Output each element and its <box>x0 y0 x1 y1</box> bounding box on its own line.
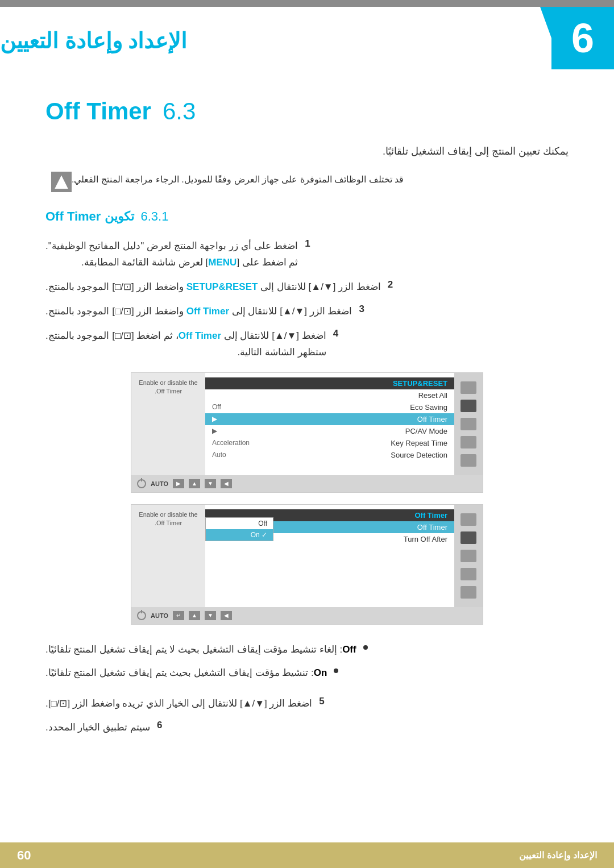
bullet-text-off: Off: إلغاء تنشيط مؤقت إيقاف التشغيل بحيث… <box>45 642 356 658</box>
help-text-1: Enable or disable the Off Timer. <box>136 379 201 396</box>
menu-item-off-timer-label: Off Timer <box>417 415 447 423</box>
menu-item-off-timer-arrow: ▶ <box>212 415 217 423</box>
note-text: قد تختلف الوظائف المتوفرة على جهاز العرض… <box>72 172 404 187</box>
auto-label-2: AUTO <box>151 612 168 619</box>
nav-up-btn: ▲ <box>189 479 200 488</box>
menu-item-source-detection: Source Detection Auto <box>205 449 454 461</box>
menu-item-pcav-arrow: ▶ <box>212 427 217 435</box>
monitor-icon-display-2 <box>460 513 476 526</box>
submenu-off: Off <box>206 518 273 529</box>
note-box: قد تختلف الوظائف المتوفرة على جهاز العرض… <box>45 172 569 192</box>
bullet-dot-on <box>334 668 338 673</box>
bullet-on: On: تنشيط مؤقت إيقاف التشغيل بحيث يتم إي… <box>45 665 569 682</box>
menu-item-key-repeat: Key Repeat Time Acceleration <box>205 437 454 449</box>
section-number: 6.3 <box>163 98 196 125</box>
keyword-off: Off <box>342 644 356 655</box>
top-decorative-strip <box>0 0 614 7</box>
nav-up-btn-2: ▲ <box>189 611 200 620</box>
menu-item-eco-saving-label: Eco Saving <box>410 403 447 412</box>
monitor-icon-gear <box>460 436 476 448</box>
menu-item-source-label: Source Detection <box>391 451 447 459</box>
step-3-number: 3 <box>359 304 370 315</box>
step-4-number: 4 <box>333 328 345 339</box>
menu-item-eco-saving: Eco Saving Off <box>205 401 454 413</box>
bullet-off: Off: إلغاء تنشيط مؤقت إيقاف التشغيل بحيث… <box>45 642 569 658</box>
menu-item-pcav-mode: PC/AV Mode ▶ <box>205 425 454 437</box>
menu-item-off-timer-main-label: Off Timer <box>417 523 447 531</box>
menu-header-1: SETUP&RESET <box>205 377 454 389</box>
nav-enter-btn-2: ↵ <box>173 611 184 620</box>
section-title: Off Timer <box>45 98 151 125</box>
step-3-text: اضغط الزر [▼/▲] للانتقال إلى Off Timer و… <box>45 304 352 320</box>
bullet-dot-off <box>363 645 368 650</box>
monitor-icon-display <box>460 381 476 394</box>
nav-down-btn-2: ▼ <box>205 611 216 620</box>
warning-triangle-icon <box>55 175 68 189</box>
menu-item-eco-saving-value: Off <box>212 403 221 411</box>
footer-title: الإعداد وإعادة التعيين <box>519 850 597 861</box>
menu-item-key-repeat-label: Key Repeat Time <box>391 439 447 447</box>
monitor-icon-menu <box>460 400 476 412</box>
monitor-right-help-1: Enable or disable the Off Timer. <box>131 373 205 475</box>
chapter-title: الإعداد وإعادة التعيين <box>0 28 187 53</box>
page-footer: الإعداد وإعادة التعيين 60 <box>0 842 614 868</box>
steps-list: 1 اضغط على أي زر بواجهة المنتج لعرض "دلي… <box>45 238 569 360</box>
step-3: 3 اضغط الزر [▼/▲] للانتقال إلى Off Timer… <box>45 304 569 320</box>
bullet-list: Off: إلغاء تنشيط مؤقت إيقاف التشغيل بحيث… <box>45 642 569 682</box>
step-6-text: سيتم تطبيق الخيار المحدد. <box>45 720 150 736</box>
monitor-left-icons-2 <box>454 505 483 607</box>
chapter-header: الإعداد وإعادة التعيين 6 <box>0 7 614 75</box>
monitor-left-icons-1 <box>454 373 483 475</box>
step-5: 5 اضغط الزر [▼/▲] للانتقال إلى الخيار ال… <box>45 696 569 712</box>
step-6-number: 6 <box>157 720 168 731</box>
steps-list-after: 5 اضغط الزر [▼/▲] للانتقال إلى الخيار ال… <box>45 696 569 737</box>
monitor-menu-1: SETUP&RESET Reset All Eco Saving Off Off… <box>205 373 454 475</box>
chapter-number: 6 <box>571 18 594 59</box>
menu-item-key-repeat-value: Acceleration <box>212 439 250 447</box>
monitor-screen-1: SETUP&RESET Reset All Eco Saving Off Off… <box>131 372 483 493</box>
menu-item-turn-off-after-label: Turn Off After <box>404 535 447 543</box>
monitor-icon-gear-2 <box>460 568 476 580</box>
monitor-icon-info <box>460 454 476 467</box>
monitor-bottom-bar-2: ◀ ▼ ▲ ↵ AUTO <box>131 607 483 624</box>
monitor-bottom-bar-1: ◀ ▼ ▲ ▶ AUTO <box>131 475 483 492</box>
monitor-icon-settings <box>460 418 476 430</box>
step-1-number: 1 <box>305 238 316 250</box>
section-heading: 6.3 Off Timer <box>45 86 569 125</box>
monitor-menu-2: Off Timer Off Timer Turn Off After Off ✓… <box>205 505 454 607</box>
power-button-1 <box>137 479 146 488</box>
monitor-icon-settings-2 <box>460 550 476 562</box>
menu-item-off-timer: Off Timer ▶ <box>205 413 454 425</box>
note-icon <box>51 172 72 192</box>
step-2-text: اضغط الزر [▼/▲] للانتقال إلى SETUP&RESET… <box>45 279 381 296</box>
bullet-text-on: On: تنشيط مؤقت إيقاف التشغيل بحيث يتم إي… <box>45 665 327 682</box>
subsection-number: 6.3.1 <box>141 209 169 224</box>
intro-text: يمكنك تعيين المنتج إلى إيقاف التشغيل تلق… <box>45 142 569 160</box>
submenu-popup: Off ✓ On <box>205 517 273 541</box>
auto-label-1: AUTO <box>151 480 168 487</box>
nav-left-btn-2: ◀ <box>221 611 232 620</box>
menu-item-pcav-label: PC/AV Mode <box>405 427 447 435</box>
submenu-on: ✓ On <box>206 529 273 541</box>
nav-right-btn: ▶ <box>173 479 184 488</box>
nav-left-btn: ◀ <box>221 479 232 488</box>
step-2-number: 2 <box>388 279 399 290</box>
monitor-right-help-2: Enable or disable the Off Timer. <box>131 505 205 607</box>
step-5-text: اضغط الزر [▼/▲] للانتقال إلى الخيار الذي… <box>45 696 312 712</box>
monitor-icon-info-2 <box>460 586 476 599</box>
menu-item-reset-all-label: Reset All <box>418 391 447 400</box>
screens-container: SETUP&RESET Reset All Eco Saving Off Off… <box>45 372 569 625</box>
menu-item-source-value: Auto <box>212 451 226 459</box>
power-button-2 <box>137 611 146 620</box>
step-4-text: اضغط [▼/▲] للانتقال إلى Off Timer، ثم اض… <box>45 328 326 361</box>
keyword-on: On <box>314 667 327 678</box>
menu-item-reset-all: Reset All <box>205 389 454 401</box>
step-2: 2 اضغط الزر [▼/▲] للانتقال إلى SETUP&RES… <box>45 279 569 296</box>
step-5-number: 5 <box>319 696 330 707</box>
monitor-screen-2: Off Timer Off Timer Turn Off After Off ✓… <box>131 504 483 625</box>
chapter-number-block: 6 <box>551 7 614 69</box>
monitor-icon-menu-2 <box>460 531 476 544</box>
step-4: 4 اضغط [▼/▲] للانتقال إلى Off Timer، ثم … <box>45 328 569 361</box>
subsection-heading: 6.3.1 تكوين Off Timer <box>45 209 569 224</box>
step-6: 6 سيتم تطبيق الخيار المحدد. <box>45 720 569 736</box>
